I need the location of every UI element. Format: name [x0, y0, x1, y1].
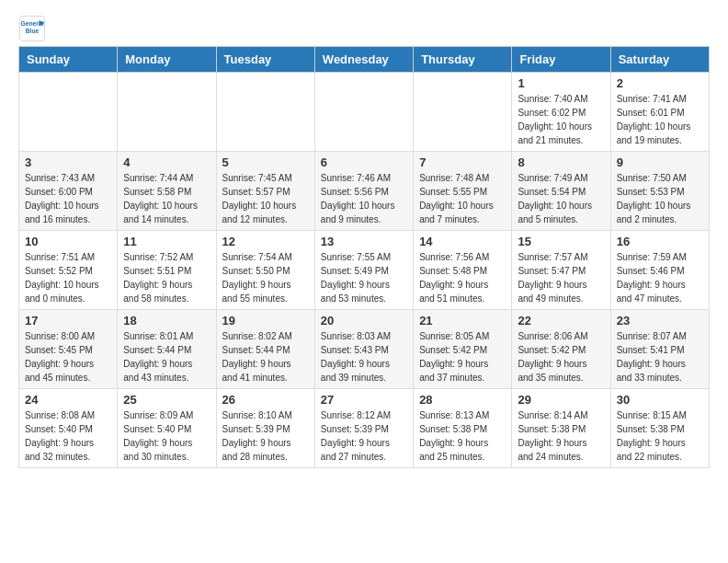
calendar-cell: 27Sunrise: 8:12 AM Sunset: 5:39 PM Dayli…: [314, 389, 413, 468]
day-info: Sunrise: 8:02 AM Sunset: 5:44 PM Dayligh…: [222, 329, 309, 385]
day-header-friday: Friday: [512, 47, 610, 73]
day-number: 28: [419, 393, 506, 407]
day-number: 17: [25, 314, 111, 327]
day-info: Sunrise: 8:09 AM Sunset: 5:40 PM Dayligh…: [123, 408, 210, 464]
day-info: Sunrise: 7:40 AM Sunset: 6:02 PM Dayligh…: [518, 92, 604, 147]
week-row-0: 1Sunrise: 7:40 AM Sunset: 6:02 PM Daylig…: [19, 73, 710, 152]
day-info: Sunrise: 8:14 AM Sunset: 5:38 PM Dayligh…: [518, 408, 604, 464]
day-info: Sunrise: 7:43 AM Sunset: 6:00 PM Dayligh…: [25, 171, 111, 226]
calendar-cell: 18Sunrise: 8:01 AM Sunset: 5:44 PM Dayli…: [118, 310, 216, 389]
calendar-cell: 20Sunrise: 8:03 AM Sunset: 5:43 PM Dayli…: [314, 310, 413, 389]
calendar-cell: 12Sunrise: 7:54 AM Sunset: 5:50 PM Dayli…: [216, 231, 314, 310]
day-number: 10: [25, 235, 111, 248]
day-info: Sunrise: 7:52 AM Sunset: 5:51 PM Dayligh…: [123, 250, 210, 305]
day-header-wednesday: Wednesday: [314, 47, 413, 73]
calendar-cell: 13Sunrise: 7:55 AM Sunset: 5:49 PM Dayli…: [314, 231, 413, 310]
day-info: Sunrise: 7:45 AM Sunset: 5:57 PM Dayligh…: [222, 171, 309, 226]
calendar-cell: 22Sunrise: 8:06 AM Sunset: 5:42 PM Dayli…: [512, 310, 610, 389]
calendar-cell: 16Sunrise: 7:59 AM Sunset: 5:46 PM Dayli…: [610, 231, 709, 310]
day-info: Sunrise: 8:07 AM Sunset: 5:41 PM Dayligh…: [617, 329, 703, 385]
week-row-3: 17Sunrise: 8:00 AM Sunset: 5:45 PM Dayli…: [19, 310, 710, 389]
day-number: 27: [321, 393, 407, 407]
day-info: Sunrise: 7:41 AM Sunset: 6:01 PM Dayligh…: [617, 92, 703, 147]
calendar-header: SundayMondayTuesdayWednesdayThursdayFrid…: [19, 47, 710, 73]
day-header-row: SundayMondayTuesdayWednesdayThursdayFrid…: [19, 47, 710, 73]
day-number: 20: [321, 314, 407, 327]
day-number: 5: [222, 155, 309, 169]
day-info: Sunrise: 8:00 AM Sunset: 5:45 PM Dayligh…: [25, 329, 111, 385]
calendar-cell: 3Sunrise: 7:43 AM Sunset: 6:00 PM Daylig…: [19, 152, 118, 231]
calendar-cell: [216, 73, 314, 152]
logo: General Blue: [18, 15, 50, 42]
day-info: Sunrise: 8:03 AM Sunset: 5:43 PM Dayligh…: [321, 329, 407, 385]
week-row-1: 3Sunrise: 7:43 AM Sunset: 6:00 PM Daylig…: [19, 152, 710, 231]
day-number: 14: [419, 235, 506, 248]
calendar-cell: 29Sunrise: 8:14 AM Sunset: 5:38 PM Dayli…: [512, 389, 610, 468]
day-number: 19: [222, 314, 309, 327]
day-info: Sunrise: 8:06 AM Sunset: 5:42 PM Dayligh…: [518, 329, 604, 385]
calendar-cell: [414, 73, 512, 152]
day-header-saturday: Saturday: [610, 47, 709, 73]
calendar-cell: 5Sunrise: 7:45 AM Sunset: 5:57 PM Daylig…: [216, 152, 314, 231]
day-number: 4: [123, 155, 210, 169]
day-info: Sunrise: 7:46 AM Sunset: 5:56 PM Dayligh…: [321, 171, 407, 226]
calendar-cell: 14Sunrise: 7:56 AM Sunset: 5:48 PM Dayli…: [414, 231, 512, 310]
day-number: 1: [518, 76, 604, 90]
calendar-cell: 28Sunrise: 8:13 AM Sunset: 5:38 PM Dayli…: [414, 389, 512, 468]
calendar-cell: 6Sunrise: 7:46 AM Sunset: 5:56 PM Daylig…: [314, 152, 413, 231]
calendar-cell: [19, 73, 118, 152]
day-info: Sunrise: 8:01 AM Sunset: 5:44 PM Dayligh…: [123, 329, 210, 385]
day-number: 21: [419, 314, 506, 327]
calendar-cell: 26Sunrise: 8:10 AM Sunset: 5:39 PM Dayli…: [216, 389, 314, 468]
day-info: Sunrise: 8:10 AM Sunset: 5:39 PM Dayligh…: [222, 408, 309, 464]
day-number: 23: [617, 314, 703, 327]
day-info: Sunrise: 7:55 AM Sunset: 5:49 PM Dayligh…: [321, 250, 407, 305]
calendar-table: SundayMondayTuesdayWednesdayThursdayFrid…: [18, 46, 710, 468]
week-row-2: 10Sunrise: 7:51 AM Sunset: 5:52 PM Dayli…: [19, 231, 710, 310]
calendar-cell: 4Sunrise: 7:44 AM Sunset: 5:58 PM Daylig…: [118, 152, 216, 231]
day-number: 30: [617, 393, 703, 407]
calendar-cell: 7Sunrise: 7:48 AM Sunset: 5:55 PM Daylig…: [414, 152, 512, 231]
calendar-cell: 25Sunrise: 8:09 AM Sunset: 5:40 PM Dayli…: [118, 389, 216, 468]
day-info: Sunrise: 7:59 AM Sunset: 5:46 PM Dayligh…: [617, 250, 703, 305]
day-number: 24: [25, 393, 111, 407]
day-number: 2: [617, 76, 703, 90]
calendar-cell: 24Sunrise: 8:08 AM Sunset: 5:40 PM Dayli…: [19, 389, 118, 468]
day-info: Sunrise: 8:12 AM Sunset: 5:39 PM Dayligh…: [321, 408, 407, 464]
calendar-cell: [118, 73, 216, 152]
svg-text:Blue: Blue: [26, 28, 40, 34]
calendar-cell: 30Sunrise: 8:15 AM Sunset: 5:38 PM Dayli…: [610, 389, 709, 468]
day-number: 7: [419, 155, 506, 169]
week-row-4: 24Sunrise: 8:08 AM Sunset: 5:40 PM Dayli…: [19, 389, 710, 468]
logo-icon: General Blue: [18, 15, 46, 42]
day-number: 26: [222, 393, 309, 407]
day-number: 25: [123, 393, 210, 407]
day-header-sunday: Sunday: [19, 47, 118, 73]
day-number: 11: [123, 235, 210, 248]
day-number: 18: [123, 314, 210, 327]
calendar-cell: 1Sunrise: 7:40 AM Sunset: 6:02 PM Daylig…: [512, 73, 610, 152]
day-info: Sunrise: 8:08 AM Sunset: 5:40 PM Dayligh…: [25, 408, 111, 464]
day-number: 8: [518, 155, 604, 169]
calendar-wrapper: SundayMondayTuesdayWednesdayThursdayFrid…: [0, 46, 728, 477]
day-header-tuesday: Tuesday: [216, 47, 314, 73]
calendar-cell: 21Sunrise: 8:05 AM Sunset: 5:42 PM Dayli…: [414, 310, 512, 389]
calendar-cell: 23Sunrise: 8:07 AM Sunset: 5:41 PM Dayli…: [610, 310, 709, 389]
day-number: 9: [617, 155, 703, 169]
day-header-thursday: Thursday: [414, 47, 512, 73]
calendar-cell: [314, 73, 413, 152]
day-number: 16: [617, 235, 703, 248]
day-number: 13: [321, 235, 407, 248]
day-number: 29: [518, 393, 604, 407]
calendar-cell: 17Sunrise: 8:00 AM Sunset: 5:45 PM Dayli…: [19, 310, 118, 389]
day-info: Sunrise: 7:54 AM Sunset: 5:50 PM Dayligh…: [222, 250, 309, 305]
day-info: Sunrise: 8:15 AM Sunset: 5:38 PM Dayligh…: [617, 408, 703, 464]
calendar-cell: 10Sunrise: 7:51 AM Sunset: 5:52 PM Dayli…: [19, 231, 118, 310]
day-info: Sunrise: 8:13 AM Sunset: 5:38 PM Dayligh…: [419, 408, 506, 464]
page-header: General Blue: [0, 0, 728, 46]
calendar-cell: 8Sunrise: 7:49 AM Sunset: 5:54 PM Daylig…: [512, 152, 610, 231]
calendar-cell: 2Sunrise: 7:41 AM Sunset: 6:01 PM Daylig…: [610, 73, 709, 152]
calendar-cell: 11Sunrise: 7:52 AM Sunset: 5:51 PM Dayli…: [118, 231, 216, 310]
day-number: 6: [321, 155, 407, 169]
calendar-body: 1Sunrise: 7:40 AM Sunset: 6:02 PM Daylig…: [19, 73, 710, 468]
